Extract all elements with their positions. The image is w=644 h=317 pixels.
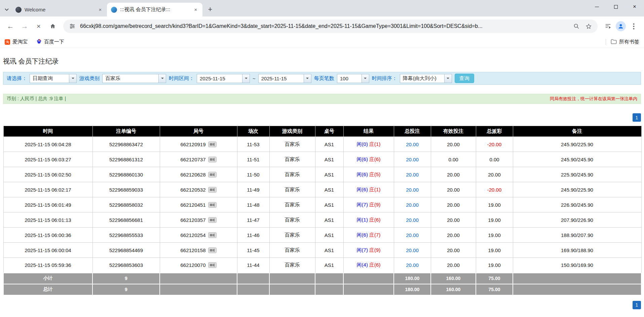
total-bet-link[interactable]: 20.00: [406, 217, 419, 223]
tab-close-icon[interactable]: ×: [192, 6, 199, 13]
tab-close-icon[interactable]: ×: [97, 6, 104, 13]
video-replay-icon[interactable]: [208, 172, 217, 177]
page-1-button[interactable]: 1: [633, 113, 641, 122]
round-number: 662120070: [180, 262, 205, 268]
tab-bet-records[interactable]: :::视讯 会员下注纪录::: ×: [107, 3, 202, 16]
search-button[interactable]: 查询: [455, 74, 474, 83]
total-label: 总计: [3, 284, 92, 295]
close-window-button[interactable]: ×: [625, 0, 644, 13]
cell-payout: 19.00: [476, 228, 513, 243]
cell-remark: 245.90/225.90: [513, 182, 641, 197]
tab-title: Welcome: [25, 7, 94, 12]
page-1-button[interactable]: 1: [633, 301, 641, 309]
video-replay-icon[interactable]: [208, 157, 217, 162]
chevron-down-icon[interactable]: [69, 74, 76, 83]
chevron-down-icon[interactable]: [444, 74, 452, 83]
cell-game: 百家乐: [269, 197, 315, 212]
new-tab-button[interactable]: +: [204, 4, 216, 15]
video-replay-icon[interactable]: [208, 187, 217, 193]
cell-time: 2025-11-15 06:02:17: [3, 182, 92, 197]
bookmark-star-icon[interactable]: [584, 22, 593, 31]
url-bar[interactable]: 66cxkj98.com/game/betrecord_search/kind3…: [63, 19, 598, 33]
cell-round: 662120737: [160, 152, 237, 167]
total-bet-link[interactable]: 20.00: [406, 187, 419, 193]
cell-round: 662120254: [160, 228, 237, 243]
total-bet-link[interactable]: 20.00: [406, 247, 419, 253]
col-header-time: 时间: [3, 126, 92, 137]
round-number: 662120158: [180, 247, 205, 253]
chevron-down-icon[interactable]: [158, 74, 166, 83]
video-replay-icon[interactable]: [208, 232, 217, 238]
round-number: 662120919: [180, 142, 205, 147]
bet-row: 2025-11-15 06:00:04522968854469662120158…: [3, 243, 641, 258]
query-type-select[interactable]: 日期查询: [30, 74, 77, 83]
tab-welcome[interactable]: Welcome ×: [11, 3, 107, 16]
subtotal-total-bet: 180.00: [394, 273, 431, 284]
total-payout: 75.00: [476, 284, 513, 295]
date-end-value: 2025-11-15: [259, 74, 304, 83]
video-replay-icon[interactable]: [208, 217, 217, 223]
cell-time: 2025-11-15 05:59:36: [3, 258, 92, 273]
profile-avatar[interactable]: [616, 21, 626, 31]
round-number: 662120254: [180, 232, 205, 238]
total-bet-link[interactable]: 20.00: [406, 172, 419, 177]
video-replay-icon[interactable]: [208, 142, 217, 147]
site-settings-icon[interactable]: [68, 22, 77, 31]
maximize-button[interactable]: [606, 0, 625, 13]
cell-valid-bet: 20.00: [431, 137, 476, 152]
cell-total-bet: 20.00: [394, 258, 431, 273]
cell-time: 2025-11-15 06:01:49: [3, 197, 92, 212]
chevron-down-icon[interactable]: [2, 3, 11, 16]
video-replay-icon[interactable]: [208, 247, 217, 253]
game-kind-select[interactable]: 百家乐: [102, 74, 166, 83]
cell-table-no: AS1: [315, 228, 343, 243]
bookmark-baidu[interactable]: 百度一下: [36, 39, 64, 45]
cell-session: 11-47: [237, 212, 269, 228]
taobao-icon: 淘: [5, 39, 10, 45]
total-row: 总计 9 180.00 160.00 75.00: [3, 284, 641, 295]
sort-value: 降幕(由大到小): [400, 74, 444, 83]
zoom-icon[interactable]: [572, 22, 581, 31]
date-end-select[interactable]: 2025-11-15: [258, 74, 311, 83]
cell-payout: 0.00: [476, 152, 513, 167]
cell-total-bet: 20.00: [394, 243, 431, 258]
bookmark-taobao[interactable]: 淘 爱淘宝: [5, 39, 28, 45]
total-bet-link[interactable]: 20.00: [406, 142, 419, 147]
cell-session: 11-53: [237, 137, 269, 152]
total-bet-link[interactable]: 20.00: [406, 157, 419, 162]
cell-valid-bet: 20.00: [431, 197, 476, 212]
video-replay-icon[interactable]: [208, 262, 217, 268]
cell-valid-bet: 20.00: [431, 212, 476, 228]
cell-payout: 20.00: [476, 167, 513, 182]
chevron-down-icon[interactable]: [242, 74, 250, 83]
forward-icon[interactable]: →: [18, 20, 31, 33]
per-page-select[interactable]: 100: [337, 74, 369, 83]
cell-table-no: AS1: [315, 212, 343, 228]
total-bet-link[interactable]: 20.00: [406, 232, 419, 238]
cell-time: 2025-11-15 06:04:28: [3, 137, 92, 152]
cell-remark: 226.90/245.90: [513, 197, 641, 212]
cell-remark: 188.90/207.90: [513, 228, 641, 243]
all-bookmarks-button[interactable]: 所有书签: [611, 39, 639, 45]
chevron-down-icon[interactable]: [304, 74, 311, 83]
date-range-label: 时间区间：: [169, 75, 194, 82]
cell-remark: 225.90/245.90: [513, 167, 641, 182]
menu-kebab-icon[interactable]: [627, 20, 640, 33]
total-bet-link[interactable]: 20.00: [406, 262, 419, 268]
video-replay-icon[interactable]: [208, 202, 217, 208]
total-bet-link[interactable]: 20.00: [406, 202, 419, 208]
minimize-button[interactable]: [588, 0, 606, 13]
result-banker: 庄(6): [369, 217, 380, 223]
cell-round: 662120451: [160, 197, 237, 212]
sort-select[interactable]: 降幕(由大到小): [400, 74, 452, 83]
date-start-select[interactable]: 2025-11-15: [197, 74, 250, 83]
back-icon[interactable]: ←: [4, 20, 17, 33]
media-controls-icon[interactable]: [602, 20, 614, 33]
result-player: 闲(7): [357, 247, 368, 253]
page-content: 视讯 会员下注纪录 请选择： 日期查询 游戏类别 百家乐 时间区间： 2025-…: [0, 48, 644, 309]
home-icon[interactable]: [46, 20, 59, 33]
stop-loading-icon[interactable]: ×: [32, 20, 45, 33]
chevron-down-icon[interactable]: [362, 74, 369, 83]
date-start-value: 2025-11-15: [197, 74, 242, 83]
result-banker: 庄(6): [369, 156, 380, 162]
